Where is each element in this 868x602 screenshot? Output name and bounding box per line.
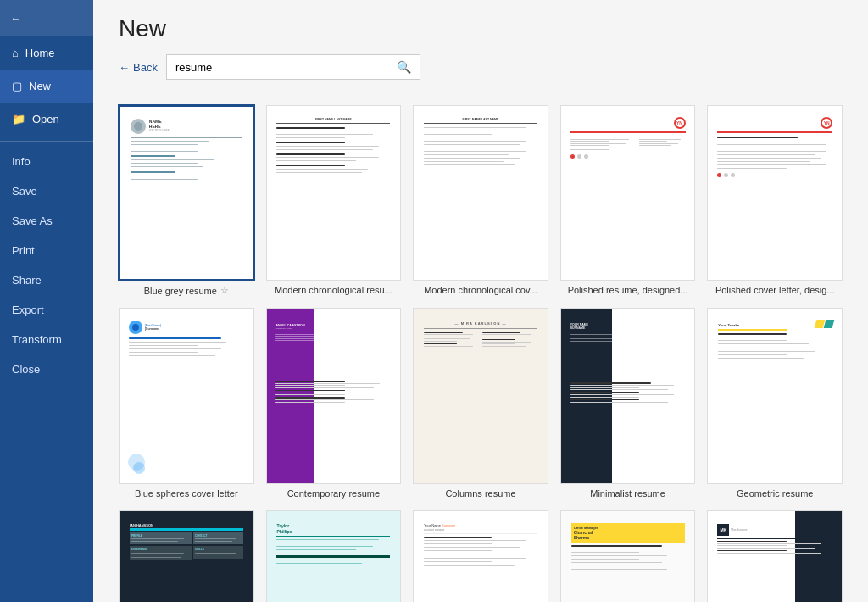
template-colorblock[interactable]: IAN HANSSON PROFILE EXPERIENCE — [119, 510, 254, 602]
sidebar-menu-close[interactable]: Close — [0, 354, 93, 384]
sidebar-divider — [0, 141, 93, 142]
back-arrow-icon: ← — [119, 61, 130, 74]
sidebar-menu-saveas[interactable]: Save As — [0, 206, 93, 236]
open-icon: 📁 — [12, 113, 25, 125]
template-bluegrey[interactable]: NAME HERE JOB TITLE HERE — [119, 105, 254, 296]
template-columns[interactable]: — MIRA KARLSSON — — [413, 308, 548, 498]
template-minimalist[interactable]: YOUR NAME SURNAME — [560, 308, 696, 498]
sidebar-menu-save[interactable]: Save — [0, 176, 93, 206]
back-label: Back — [133, 61, 158, 74]
sidebar-menu-transform[interactable]: Transform — [0, 325, 93, 354]
template-contemporary[interactable]: ANGELICA ASTROM WEB DESIGNER — [266, 308, 402, 498]
template-polished-resume-label: Polished resume, designed... — [568, 285, 688, 295]
template-basic-modern[interactable]: Your Name Surname assistant manager Basi… — [413, 510, 548, 602]
page-title: New — [119, 15, 843, 42]
template-contemporary-label: Contemporary resume — [287, 488, 380, 499]
search-input-wrap: 🔍 — [166, 54, 420, 80]
template-minimalist-label: Minimalist resume — [590, 488, 665, 499]
sidebar-menu-export[interactable]: Export — [0, 295, 93, 325]
template-blue-spheres[interactable]: [First Name] [Surname] — [119, 308, 254, 498]
search-input[interactable] — [167, 56, 388, 79]
sidebar-menu-share[interactable]: Share — [0, 265, 93, 295]
back-arrow-icon: ← — [10, 12, 21, 25]
star-icon[interactable]: ☆ — [220, 285, 229, 296]
template-geometric-label: Geometric resume — [737, 488, 813, 499]
template-swiss[interactable]: Office Manager Chanchal Sharma Swiss des… — [560, 510, 696, 602]
sidebar-home-label: Home — [25, 47, 55, 59]
sidebar-item-new[interactable]: ▢ New — [0, 70, 93, 103]
sidebar-item-open[interactable]: 📁 Open — [0, 103, 93, 136]
template-blue-spheres-label: Blue spheres cover letter — [135, 488, 238, 499]
templates-grid: NAME HERE JOB TITLE HERE — [93, 97, 868, 602]
template-columns-label: Columns resume — [445, 488, 515, 499]
sidebar-menu-print[interactable]: Print — [0, 236, 93, 265]
sidebar-back-button[interactable]: ← — [0, 0, 93, 36]
template-modern-chrono-label: Modern chronological resu... — [275, 285, 392, 295]
template-modern-chrono-cov[interactable]: FIRST NAME LAST NAME Moder — [413, 105, 548, 296]
template-polished-cover-label: Polished cover letter, desig... — [715, 285, 835, 295]
sidebar-new-label: New — [29, 80, 51, 92]
main-header: New ← Back 🔍 — [93, 0, 868, 97]
search-bar: ← Back 🔍 — [119, 54, 843, 80]
template-modern-chrono[interactable]: FIRST NAME LAST NAME — [266, 105, 402, 296]
back-link[interactable]: ← Back — [119, 61, 158, 74]
sidebar: ← ⌂ Home ▢ New 📁 Open Info Save Save As … — [0, 0, 93, 602]
sidebar-menu-info[interactable]: Info — [0, 147, 93, 176]
main-content: New ← Back 🔍 NA — [93, 0, 868, 602]
template-modern-chrono-cov-label: Modern chronological cov... — [424, 285, 537, 295]
sidebar-item-home[interactable]: ⌂ Home — [0, 36, 93, 70]
home-icon: ⌂ — [12, 47, 19, 59]
template-clean-elegant[interactable]: Taylor Phillips Clean elegant resume — [266, 510, 402, 602]
new-icon: ▢ — [12, 80, 22, 92]
template-initials[interactable]: MK Miss Surname — [707, 510, 843, 602]
template-polished-resume[interactable]: YN — [560, 105, 696, 296]
sidebar-open-label: Open — [32, 113, 59, 125]
template-bluegrey-label: Blue grey resume — [144, 286, 217, 296]
template-polished-cover[interactable]: YN — [707, 105, 843, 296]
search-button[interactable]: 🔍 — [388, 55, 420, 79]
template-geometric[interactable]: Yuuri Tanaka Geometric resume — [707, 308, 843, 498]
